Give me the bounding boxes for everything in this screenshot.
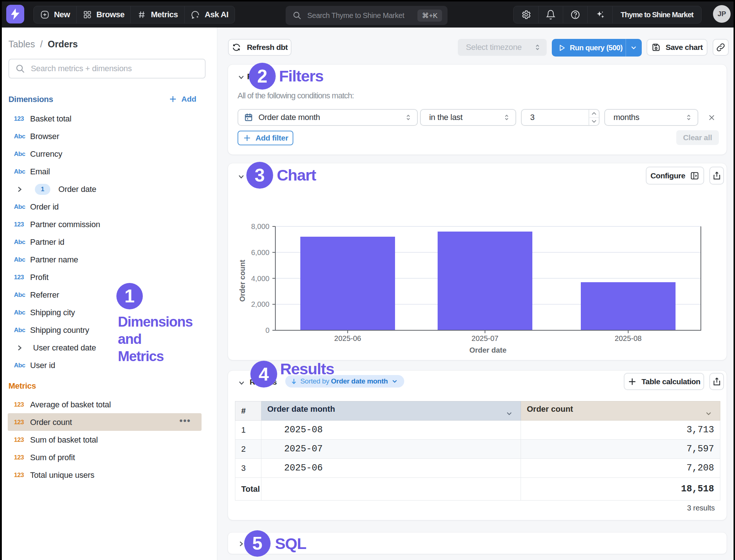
- svg-text:2025-06: 2025-06: [334, 334, 361, 342]
- svg-text:6,000: 6,000: [251, 248, 269, 257]
- svg-text:8,000: 8,000: [251, 222, 269, 230]
- svg-text:2025-08: 2025-08: [615, 334, 641, 342]
- svg-text:Order count: Order count: [238, 259, 246, 302]
- svg-text:2025-07: 2025-07: [471, 334, 498, 342]
- svg-text:2,000: 2,000: [251, 300, 269, 308]
- svg-text:0: 0: [265, 326, 269, 334]
- svg-text:Order date: Order date: [469, 346, 506, 354]
- svg-text:4,000: 4,000: [251, 274, 269, 283]
